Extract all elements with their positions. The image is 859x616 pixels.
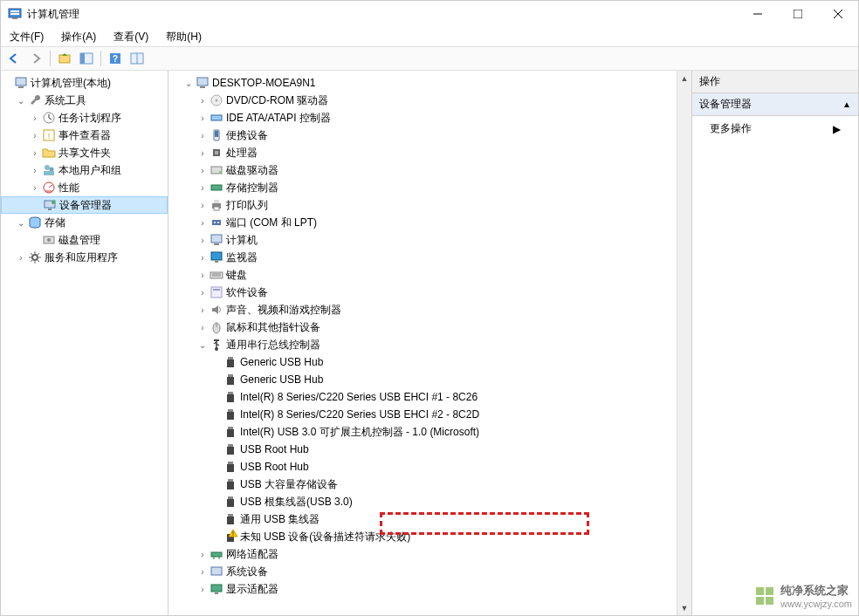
expand-icon[interactable]: › <box>196 323 209 332</box>
up-button[interactable] <box>55 49 74 68</box>
forward-button[interactable] <box>26 49 45 68</box>
svg-rect-15 <box>16 78 26 86</box>
close-button[interactable] <box>818 1 858 27</box>
expand-icon[interactable]: › <box>29 148 41 158</box>
svg-rect-22 <box>44 171 54 175</box>
expand-icon[interactable]: › <box>196 567 209 577</box>
expand-icon[interactable]: › <box>196 183 209 193</box>
svg-point-43 <box>219 171 221 173</box>
expand-icon[interactable]: › <box>29 113 41 123</box>
expand-icon[interactable]: › <box>29 166 41 175</box>
expand-icon[interactable]: › <box>196 113 209 123</box>
dev-usb-item[interactable]: 通用 USB 集线器 <box>168 510 691 528</box>
nav-disk-management[interactable]: 磁盘管理 <box>1 231 168 249</box>
scroll-down-arrow[interactable]: ▼ <box>677 600 691 615</box>
expand-icon[interactable]: ⌄ <box>182 79 195 88</box>
dev-software[interactable]: ›软件设备 <box>168 284 691 301</box>
expand-icon[interactable]: › <box>196 131 209 140</box>
nav-system-tools[interactable]: ⌄系统工具 <box>1 92 168 109</box>
dev-ports[interactable]: ›端口 (COM 和 LPT) <box>168 214 691 231</box>
expand-icon[interactable]: › <box>29 183 41 193</box>
dev-display[interactable]: ›显示适配器 <box>168 580 691 598</box>
menu-action[interactable]: 操作(A) <box>58 28 100 46</box>
dev-disk[interactable]: ›磁盘驱动器 <box>168 161 691 179</box>
menu-file[interactable]: 文件(F) <box>6 28 47 46</box>
nav-root[interactable]: 计算机管理(本地) <box>1 74 168 92</box>
dev-usb-item[interactable]: Generic USB Hub <box>168 353 691 371</box>
dev-usb-item[interactable]: Intel(R) USB 3.0 可扩展主机控制器 - 1.0 (Microso… <box>168 423 691 441</box>
expand-icon[interactable]: ⌄ <box>196 340 209 350</box>
expand-icon[interactable]: › <box>196 253 209 263</box>
dev-usb-item[interactable]: Intel(R) 8 Series/C220 Series USB EHCI #… <box>168 388 691 406</box>
expand-icon[interactable]: › <box>196 550 209 559</box>
dev-usb-unknown[interactable]: !未知 USB 设备(设备描述符请求失败) <box>168 528 691 545</box>
expand-icon[interactable]: › <box>196 201 209 210</box>
dev-usb-item[interactable]: USB 大容量存储设备 <box>168 476 691 493</box>
nav-performance[interactable]: ›性能 <box>1 179 168 196</box>
expand-icon[interactable]: › <box>196 270 209 280</box>
expand-icon[interactable]: ⌄ <box>15 96 27 106</box>
svg-rect-16 <box>18 86 24 88</box>
expand-icon[interactable]: › <box>196 585 209 594</box>
back-button[interactable] <box>4 49 24 68</box>
dev-ide[interactable]: ›IDE ATA/ATAPI 控制器 <box>168 109 691 127</box>
expand-icon[interactable]: › <box>196 96 209 106</box>
dev-portable[interactable]: ›便携设备 <box>168 127 691 144</box>
nav-event-viewer[interactable]: ›!事件查看器 <box>1 127 168 144</box>
actions-section[interactable]: 设备管理器 ▲ <box>692 93 858 116</box>
dev-storage[interactable]: ›存储控制器 <box>168 179 691 196</box>
scroll-up-arrow[interactable]: ▲ <box>677 71 691 86</box>
expand-icon[interactable]: ⌄ <box>15 218 27 228</box>
expand-icon[interactable]: › <box>29 131 41 140</box>
dev-network[interactable]: ›网络适配器 <box>168 545 691 563</box>
maximize-button[interactable] <box>778 1 818 27</box>
expand-icon[interactable]: › <box>196 218 209 228</box>
minimize-button[interactable] <box>738 1 778 27</box>
menu-help[interactable]: 帮助(H) <box>162 28 205 46</box>
dev-cpu[interactable]: ›处理器 <box>168 144 691 161</box>
dev-computer[interactable]: ⌄DESKTOP-MOEA9N1 <box>168 74 691 92</box>
nav-task-scheduler[interactable]: ›任务计划程序 <box>1 109 168 127</box>
expand-icon[interactable]: › <box>196 288 209 298</box>
help-button[interactable]: ? <box>106 49 125 68</box>
dev-monitors[interactable]: ›监视器 <box>168 249 691 266</box>
tree-item-label: 服务和应用程序 <box>45 250 118 265</box>
vertical-scrollbar[interactable]: ▲ ▼ <box>677 71 691 615</box>
properties-button[interactable] <box>127 49 147 68</box>
dev-mouse[interactable]: ›鼠标和其他指针设备 <box>168 318 691 336</box>
more-actions-item[interactable]: 更多操作 ▶ <box>692 116 858 141</box>
nav-local-users[interactable]: ›本地用户和组 <box>1 161 168 179</box>
actions-header: 操作 <box>692 71 858 93</box>
dev-computers[interactable]: ›计算机 <box>168 231 691 249</box>
collapse-arrow-icon: ▲ <box>842 99 851 109</box>
titlebar: 计算机管理 <box>1 1 858 27</box>
watermark-name: 纯净系统之家 <box>780 583 852 599</box>
nav-shared-folders[interactable]: ›共享文件夹 <box>1 144 168 161</box>
dev-usb-item[interactable]: Intel(R) 8 Series/C220 Series USB EHCI #… <box>168 406 691 423</box>
expand-icon[interactable]: › <box>196 148 209 158</box>
dev-keyboards[interactable]: ›键盘 <box>168 266 691 284</box>
svg-rect-47 <box>214 207 219 210</box>
menu-view[interactable]: 查看(V) <box>110 28 152 46</box>
nav-device-manager[interactable]: 设备管理器 <box>1 196 168 214</box>
expand-icon[interactable]: › <box>15 253 27 263</box>
dev-usb-controllers[interactable]: ⌄通用串行总线控制器 <box>168 336 691 353</box>
tree-item-label: 存储 <box>45 216 65 230</box>
dev-usb-item[interactable]: USB Root Hub <box>168 441 691 458</box>
nav-storage[interactable]: ⌄存储 <box>1 214 168 231</box>
tree-item-label: IDE ATA/ATAPI 控制器 <box>226 111 331 126</box>
expand-icon[interactable]: › <box>196 166 209 175</box>
dev-usb-item[interactable]: USB Root Hub <box>168 458 691 476</box>
expand-icon[interactable]: › <box>196 305 209 315</box>
dev-audio[interactable]: ›声音、视频和游戏控制器 <box>168 301 691 318</box>
dev-dvd[interactable]: ›DVD/CD-ROM 驱动器 <box>168 92 691 109</box>
dev-system[interactable]: ›系统设备 <box>168 563 691 580</box>
svg-rect-95 <box>756 597 764 605</box>
show-hide-tree-button[interactable] <box>77 49 96 68</box>
nav-services[interactable]: ›服务和应用程序 <box>1 249 168 266</box>
dev-printq[interactable]: ›打印队列 <box>168 196 691 214</box>
dev-usb-item[interactable]: Generic USB Hub <box>168 371 691 388</box>
expand-icon[interactable]: › <box>196 236 209 245</box>
dev-usb-item[interactable]: USB 根集线器(USB 3.0) <box>168 493 691 510</box>
tree-item-label: 处理器 <box>226 146 258 161</box>
